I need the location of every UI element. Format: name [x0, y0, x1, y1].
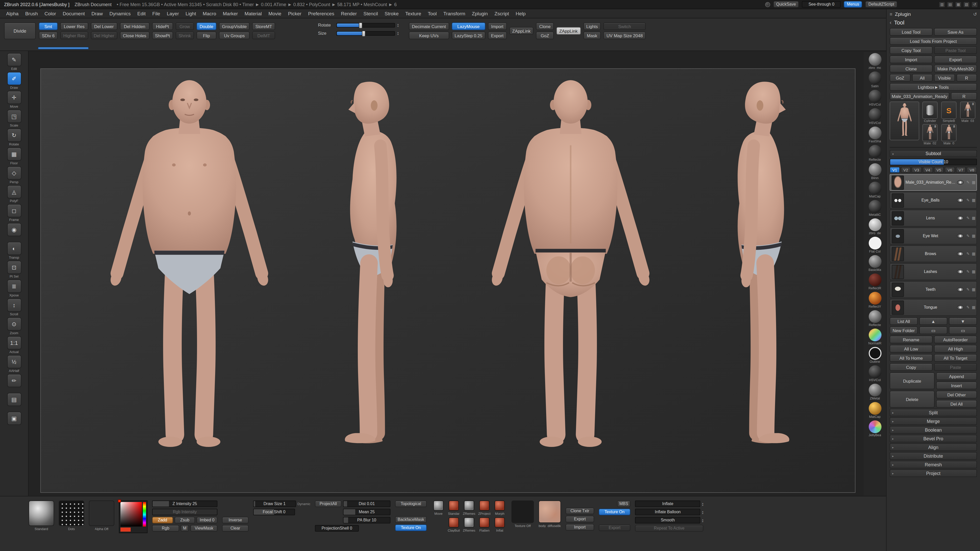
shelf-button[interactable]: Grow: [176, 22, 194, 30]
duplicate-button[interactable]: Duplicate: [890, 372, 935, 389]
shelf-button[interactable]: Del Hidden: [120, 22, 149, 30]
menu-item[interactable]: Zplugin: [469, 10, 491, 17]
tool-thumbnail-male[interactable]: 8: [922, 124, 938, 141]
shelf-button[interactable]: ShowPt: [152, 32, 173, 39]
material-item[interactable]: HSVCol: [865, 108, 885, 124]
subtool-view-tab[interactable]: V4: [923, 167, 933, 173]
tool-import-button[interactable]: Import: [890, 56, 932, 63]
insert-button[interactable]: Insert: [936, 382, 977, 389]
gizmo-button[interactable]: ▣: [7, 412, 21, 429]
frame-button[interactable]: ◻ Frame: [7, 204, 21, 221]
current-material-thumbnail[interactable]: [29, 500, 54, 526]
shelf-button[interactable]: ZAppLink: [509, 27, 534, 35]
texture-export-button[interactable]: Export: [566, 516, 594, 522]
shelf-button[interactable]: Smt: [39, 22, 58, 30]
tool-thumbnail-simplebrush[interactable]: S: [941, 102, 956, 119]
menu-item[interactable]: Alpha: [3, 10, 22, 17]
folder-open-icon[interactable]: ▭: [949, 327, 977, 334]
visibility-eye-icon[interactable]: [957, 216, 964, 221]
menu-item[interactable]: File: [149, 10, 163, 17]
shelf-button[interactable]: Uv Groups: [219, 32, 250, 39]
subtool-brush-icon[interactable]: ✎: [965, 305, 971, 310]
load-tool-button[interactable]: Load Tool: [890, 28, 932, 36]
tool-subpalette[interactable]: ▸Split: [890, 409, 977, 416]
tool-r-button[interactable]: R: [951, 92, 977, 100]
material-item[interactable]: FastSha: [865, 127, 885, 143]
size-slider[interactable]: [336, 31, 395, 35]
subtool-view-tab[interactable]: V1: [890, 167, 900, 173]
menu-item[interactable]: Marker: [220, 10, 241, 17]
subtool-mask-icon[interactable]: ▦: [971, 287, 977, 292]
subtool-view-tab[interactable]: V2: [900, 167, 911, 173]
palette-layout-icon[interactable]: ▧: [963, 2, 970, 8]
material-item[interactable]: HSVCol: [865, 90, 885, 106]
viewport-canvas[interactable]: [40, 68, 856, 493]
material-item[interactable]: Outline: [865, 347, 885, 363]
hue-strip[interactable]: [143, 502, 146, 527]
visible-count-slider[interactable]: Visible Count 10: [890, 159, 977, 165]
tool-subpalette[interactable]: ▸Distribute: [890, 452, 977, 460]
tool-subpalette[interactable]: ▸Merge: [890, 417, 977, 425]
menu-item[interactable]: Material: [242, 10, 265, 17]
shelf-button[interactable]: Flip: [197, 32, 216, 39]
draw-size-slider[interactable]: Draw Size 1: [253, 500, 296, 507]
menu-item[interactable]: Light: [183, 10, 199, 17]
color-picker[interactable]: [119, 500, 148, 533]
subtool-action-button[interactable]: Copy: [890, 363, 932, 371]
menu-item[interactable]: Dynamics: [107, 10, 134, 17]
mean-slider[interactable]: Mean 25: [343, 509, 390, 515]
m-button[interactable]: M: [180, 525, 189, 532]
menu-item[interactable]: Draw: [88, 10, 106, 17]
subtool-mask-icon[interactable]: ▦: [971, 233, 977, 238]
activity-icon[interactable]: [765, 2, 770, 7]
shelf-button[interactable]: Import: [488, 22, 507, 30]
subtool-view-tab[interactable]: V7: [956, 167, 966, 173]
visibility-eye-icon[interactable]: [957, 233, 964, 238]
z-intensity-slider[interactable]: Z Intensity 25: [152, 500, 218, 507]
subtool-view-tab[interactable]: V5: [934, 167, 944, 173]
subtool-section-header[interactable]: ▾Subtool: [890, 150, 977, 157]
subtool-row[interactable]: Eye_Balls ✎ ▦: [890, 192, 977, 209]
shelf-button[interactable]: StoreMT: [252, 22, 275, 30]
zsub-button[interactable]: Zsub: [174, 517, 195, 524]
shelf-button[interactable]: Del Lower: [91, 22, 117, 30]
subtool-mask-icon[interactable]: ▦: [971, 251, 977, 256]
menu-item[interactable]: Preferences: [305, 10, 337, 17]
subtool-action-button[interactable]: All To Target: [934, 354, 977, 362]
material-item[interactable]: Reflecte: [865, 145, 885, 161]
menu-item[interactable]: Texture: [402, 10, 424, 17]
menu-item[interactable]: Stencil: [360, 10, 381, 17]
tool-subpalette[interactable]: ▸Remesh: [890, 461, 977, 468]
brush-slot[interactable]: ZProject: [477, 500, 492, 515]
divider-layout-icon[interactable]: ▥: [939, 2, 945, 8]
panel-cycle-icon[interactable]: ↺: [973, 11, 977, 17]
menu-item[interactable]: Help: [512, 10, 528, 17]
subtool-row[interactable]: Brows ✎ ▦: [890, 245, 977, 262]
subtool-mask-icon[interactable]: ▦: [971, 269, 977, 274]
inverse-button[interactable]: Inverse: [222, 517, 248, 524]
menu-item[interactable]: Stroke: [382, 10, 402, 17]
inflate-spinner-icon[interactable]: ▴▾: [702, 502, 703, 506]
visibility-eye-icon[interactable]: [957, 180, 964, 185]
shelf-button[interactable]: UV Map Size 2048: [604, 32, 646, 39]
current-stroke-thumbnail[interactable]: [59, 500, 84, 526]
material-item[interactable]: MatCap: [865, 182, 885, 198]
size-spinner-icon[interactable]: ▴▾: [397, 31, 399, 35]
panel-back-icon[interactable]: ‹: [890, 19, 891, 25]
make-polymesh3d-button[interactable]: Make PolyMesh3D: [934, 65, 977, 73]
inflate-balloon-spinner-icon[interactable]: ▴▾: [702, 510, 703, 514]
tool-subpalette[interactable]: ▸Bevel Pro: [890, 435, 977, 442]
material-item[interactable]: MatCap: [865, 402, 885, 418]
current-tool-name[interactable]: Male_033_Animation_Ready: [890, 92, 950, 100]
subtool-brush-icon[interactable]: ✎: [965, 251, 971, 256]
subtool-action-button[interactable]: AutoReorder: [934, 336, 977, 343]
zadd-button[interactable]: Zadd: [152, 517, 173, 524]
menu-item[interactable]: Render: [338, 10, 360, 17]
rgb-button[interactable]: Rgb: [152, 525, 179, 532]
brush-slot[interactable]: Move: [431, 500, 445, 515]
inflate-slider[interactable]: Inflate: [635, 500, 700, 507]
texture-on-button[interactable]: Texture On: [395, 524, 427, 531]
shelf-button[interactable]: Shrink: [176, 32, 194, 39]
quicksave-button[interactable]: QuickSave: [773, 1, 799, 8]
material-item[interactable]: zbro_de: [865, 218, 885, 235]
